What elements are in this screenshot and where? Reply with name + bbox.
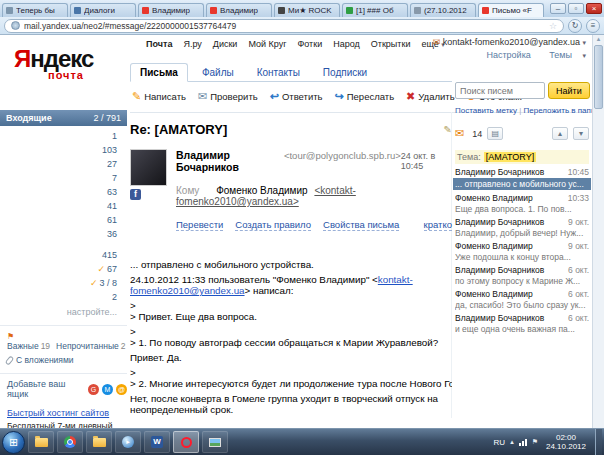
reply-button[interactable]: ↩Ответить (270, 90, 323, 103)
find-button[interactable]: Найти (548, 82, 590, 99)
folder-row[interactable]: 63 (0, 187, 117, 201)
reload-button[interactable]: ↻ (568, 19, 582, 33)
folder-row[interactable]: 41 (0, 201, 117, 215)
close-button[interactable]: × (586, 3, 602, 14)
browser-tab[interactable]: (27.10.2012 (410, 3, 476, 17)
next-message-button[interactable]: ▾ (573, 127, 589, 140)
taskbar-photos-icon[interactable] (202, 431, 228, 453)
compose-button[interactable]: ✎Написать (132, 90, 186, 103)
important-link[interactable]: Важные (7, 341, 39, 351)
thread-item[interactable]: Фоменко Владимир9 окт. Уже подошла к кон… (455, 241, 589, 262)
thread-item-selected[interactable]: Владимир Бочарников10:45 ... отправлено … (455, 167, 589, 190)
mailru-icon[interactable]: M (102, 384, 113, 395)
folder-row[interactable]: ✓67 (0, 264, 117, 278)
attachments-filter[interactable]: С вложениями (7, 355, 127, 365)
translate-link[interactable]: Перевести (176, 219, 223, 231)
email-link[interactable]: kontakt- (378, 274, 413, 285)
address-bar[interactable]: mail.yandex.ua/neo2/#message/22200000015… (4, 19, 564, 33)
avatar[interactable] (130, 149, 167, 186)
create-rule-link[interactable]: Создать правило (235, 219, 311, 231)
message-properties-link[interactable]: Свойства письма (323, 219, 399, 231)
gmail-icon[interactable]: G (88, 384, 99, 395)
folder-row[interactable]: 1 (0, 131, 117, 145)
delete-button[interactable]: ✖Удалить (406, 90, 455, 103)
themes-link[interactable]: Темы ▾ (541, 50, 586, 60)
service-link[interactable]: Почта (146, 39, 172, 49)
ad-title-link[interactable]: Быстрый хостинг сайтов (7, 408, 123, 418)
minimize-button[interactable]: – (550, 3, 566, 14)
service-link[interactable]: Фотки (297, 39, 322, 49)
prev-message-button[interactable]: ▴ (552, 127, 568, 140)
folder-row[interactable]: 415 (0, 250, 117, 264)
service-link[interactable]: Народ (333, 39, 360, 49)
to-name-link[interactable]: Фоменко Владимир (216, 185, 307, 196)
move-to-folder-link[interactable]: Переложить в папку (523, 106, 598, 115)
email-link[interactable]: fomenko2010@yandex.ua (130, 285, 245, 296)
bookmark-star-icon[interactable]: ☆ (549, 21, 557, 31)
folder-row[interactable]: 27 (0, 159, 117, 173)
browser-tab-active[interactable]: Письмо «F (478, 3, 544, 17)
service-link[interactable]: Я.ру (183, 39, 201, 49)
label-icon[interactable]: ✎ (444, 124, 452, 135)
taskbar-chrome-icon[interactable] (57, 431, 83, 453)
scroll-up-icon[interactable]: ▴ (593, 35, 604, 43)
folder-row[interactable]: 103 (0, 145, 117, 159)
service-link[interactable]: Диски (213, 39, 238, 49)
tab-files[interactable]: Файлы (193, 64, 243, 81)
yandex-logo[interactable]: Яндекс почта (14, 47, 93, 81)
taskbar-clock[interactable]: 02:00 24.10.2012 (546, 433, 586, 451)
folder-row[interactable]: 2 (0, 292, 117, 306)
taskbar-word-icon[interactable]: W (144, 431, 170, 453)
topic-value[interactable]: [AMATORY] (484, 152, 537, 162)
configure-folders-link[interactable]: настройте... (0, 307, 127, 317)
browser-menu-button[interactable]: ≡ (586, 19, 600, 33)
page-scrollbar[interactable]: ▴ (592, 35, 604, 428)
browser-tab[interactable]: [1] ### Об (342, 3, 408, 17)
taskbar-folder-icon[interactable] (28, 431, 54, 453)
taskbar-folder-icon[interactable] (86, 431, 112, 453)
collapse-link[interactable]: кратко (424, 219, 452, 231)
thread-item[interactable]: Фоменко Владимир6 окт. да, спасибо! Это … (455, 289, 589, 310)
set-label-link[interactable]: Поставить метку (455, 106, 517, 115)
thread-item[interactable]: Владимир Бочарников9 окт. Владимир, добр… (455, 217, 589, 238)
check-mail-button[interactable]: ✉Проверить (198, 90, 258, 103)
unread-link[interactable]: Непрочитанные (56, 341, 119, 351)
folder-row[interactable]: ✓3 / 8 (0, 278, 117, 292)
forward-button[interactable]: ↪Переслать (335, 90, 395, 103)
rambler-icon[interactable]: @ (116, 384, 127, 395)
folder-row[interactable]: 7 (0, 173, 117, 187)
service-link[interactable]: Открытки (371, 39, 411, 49)
account-block: ✉ kontakt-fomenko2010@yandex.ua ▾ Настро… (433, 37, 586, 60)
browser-tab[interactable]: Диалоги (70, 3, 136, 17)
browser-tab[interactable]: Теперь бы (2, 3, 68, 17)
thread-item[interactable]: Владимир Бочарников6 окт. по этому вопро… (455, 265, 589, 286)
tab-subscriptions[interactable]: Подписки (314, 64, 376, 81)
browser-tab[interactable]: Ми★ ROCK (274, 3, 340, 17)
account-menu[interactable]: ✉ kontakt-fomenko2010@yandex.ua ▾ (433, 37, 586, 47)
network-icon[interactable] (519, 439, 527, 446)
sidebar-item-inbox[interactable]: Входящие 2 / 791 (0, 110, 127, 126)
maximize-button[interactable]: ▫ (568, 3, 584, 14)
show-desktop-button[interactable] (595, 429, 602, 455)
taskbar-opera-icon[interactable] (173, 431, 199, 453)
tab-contacts[interactable]: Контакты (248, 64, 309, 81)
folder-row[interactable]: 36 (0, 229, 117, 243)
taskbar-media-player-icon[interactable]: ▸ (115, 431, 141, 453)
scrollbar-thumb[interactable] (594, 45, 603, 109)
thread-item[interactable]: Владимир Бочарников6 окт. и еще одна оче… (455, 313, 589, 334)
language-indicator[interactable]: RU (494, 438, 506, 447)
list-view-button[interactable]: ▤ (487, 127, 503, 140)
browser-tab[interactable]: Владимир (138, 3, 204, 17)
facebook-icon[interactable]: f (130, 189, 141, 200)
search-input[interactable] (455, 82, 545, 99)
service-link[interactable]: Мой Круг (248, 39, 286, 49)
settings-link[interactable]: Настройка (486, 50, 530, 60)
tray-expand-icon[interactable]: ▴ (510, 438, 514, 446)
from-name-link[interactable]: Владимир Бочарников (176, 149, 279, 173)
tab-letters[interactable]: Письма (130, 63, 188, 82)
folder-row[interactable]: 61 (0, 215, 117, 229)
start-button[interactable]: ⊞ (2, 431, 25, 454)
thread-item[interactable]: Фоменко Владимир10:33 Еще два вопроса. 1… (455, 193, 589, 214)
browser-tab[interactable]: Владимир (206, 3, 272, 17)
action-center-flag-icon[interactable]: ⚑ (532, 438, 538, 446)
